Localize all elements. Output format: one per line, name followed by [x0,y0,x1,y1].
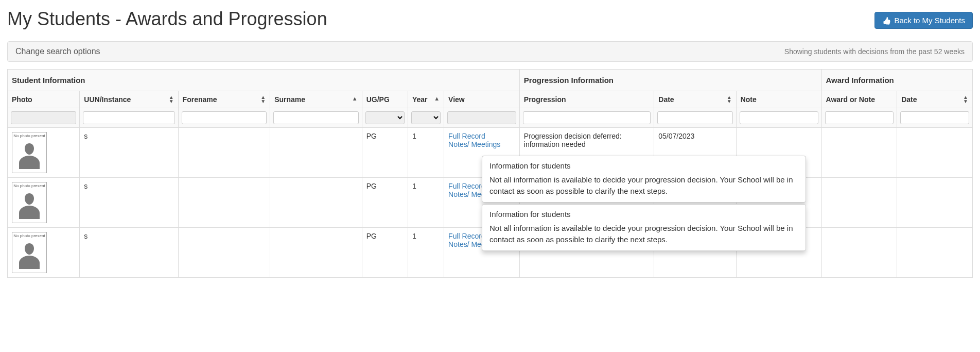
search-options-panel: Change search options Showing students w… [7,41,973,62]
cell-award [821,228,897,278]
cell-forename [178,178,270,228]
back-button-label: Back to My Students [894,16,965,25]
col-view: View [444,91,520,108]
info-popover: Information for students Not all informa… [482,156,806,203]
cell-ugpg: PG [362,178,408,228]
col-progression: Progression [519,91,654,108]
cell-award [821,178,897,228]
filter-adate[interactable] [900,111,969,124]
col-ugpg: UG/PG [362,91,408,108]
change-search-options-link[interactable]: Change search options [15,47,100,56]
cell-surname [270,228,362,278]
filter-surname[interactable] [273,111,359,124]
filter-view [447,111,516,124]
popover-body: Not all information is available to deci… [489,223,798,245]
cell-ugpg: PG [362,228,408,278]
cell-forename [178,228,270,278]
filter-forename[interactable] [182,111,267,124]
cell-year: 1 [408,128,444,178]
filter-ugpg[interactable] [365,111,405,124]
cell-uun: s [80,228,178,278]
sort-icon: ▲▼ [963,95,968,104]
col-forename[interactable]: Forename▲▼ [178,91,270,108]
cell-uun: s [80,128,178,178]
full-record-link[interactable]: Full Record [448,182,485,190]
cell-year: 1 [408,228,444,278]
filter-year[interactable] [411,111,441,124]
page-title: My Students - Awards and Progression [7,8,327,30]
cell-adate [897,228,973,278]
popover-body: Not all information is available to deci… [489,174,798,197]
sort-asc-icon: ▲ [352,95,358,102]
group-progression-info: Progression Information [519,70,821,91]
sort-asc-icon: ▲ [434,95,440,102]
popover-title: Information for students [489,210,798,219]
photo-placeholder: No photo present [12,232,47,273]
col-pdate[interactable]: Date▲▼ [654,91,736,108]
cell-surname [270,128,362,178]
notes-meetings-link[interactable]: Notes/ Meetings [448,140,500,148]
cell-progression: Progression decision deferred: informati… [524,132,622,148]
photo-placeholder: No photo present [12,182,47,223]
col-adate[interactable]: Date▲▼ [897,91,973,108]
filter-award[interactable] [825,111,894,124]
col-year[interactable]: Year▲ [408,91,444,108]
info-popover: Information for students Not all informa… [482,204,806,251]
col-photo: Photo [8,91,80,108]
group-student-info: Student Information [8,70,520,91]
cell-uun: s [80,178,178,228]
back-to-students-button[interactable]: Back to My Students [874,12,973,29]
person-silhouette-icon [16,238,42,269]
photo-placeholder: No photo present [12,132,47,173]
cell-ugpg: PG [362,128,408,178]
col-note: Note [736,91,821,108]
cell-award [821,128,897,178]
group-award-info: Award Information [821,70,972,91]
filter-progression[interactable] [523,111,651,124]
person-silhouette-icon [16,138,42,169]
cell-forename [178,128,270,178]
col-uun[interactable]: UUN/Instance▲▼ [80,91,178,108]
filter-photo [11,111,76,124]
popover-title: Information for students [489,161,798,170]
full-record-link[interactable]: Full Record [448,232,485,240]
cell-adate [897,178,973,228]
sort-icon: ▲▼ [727,95,732,104]
col-surname[interactable]: Surname▲ [270,91,362,108]
full-record-link[interactable]: Full Record [448,132,485,140]
sort-icon: ▲▼ [169,95,174,104]
filter-pdate[interactable] [657,111,732,124]
cell-year: 1 [408,178,444,228]
filter-uun[interactable] [83,111,174,124]
cell-adate [897,128,973,178]
person-silhouette-icon [16,188,42,219]
cell-surname [270,178,362,228]
col-award: Award or Note [821,91,897,108]
filter-note[interactable] [740,111,818,124]
sort-icon: ▲▼ [260,95,266,104]
thumbs-up-icon [882,16,891,25]
showing-summary: Showing students with decisions from the… [784,47,965,56]
